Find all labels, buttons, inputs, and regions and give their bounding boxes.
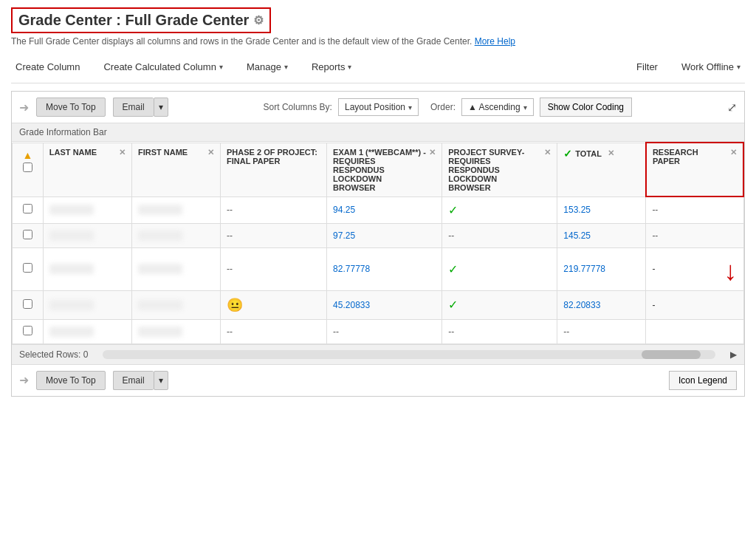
- scroll-right-icon[interactable]: ▶: [730, 349, 737, 360]
- project-value: ✓: [442, 196, 557, 223]
- col-phase2-header: PHASE 2 OF PROJECT: FINAL PAPER: [221, 143, 327, 196]
- grade-center-container: ➜ Move To Top Email ▾ Sort Columns By: L…: [11, 91, 745, 397]
- first-name-close-icon[interactable]: ✕: [207, 148, 214, 157]
- sort-area: Sort Columns By: Layout Position ▾ Order…: [264, 98, 632, 117]
- student-last-name: [49, 264, 94, 274]
- selected-rows-label: Selected Rows: 0: [19, 349, 88, 360]
- bottom-email-chevron[interactable]: ▾: [154, 371, 168, 390]
- total-check-icon: ✓: [563, 148, 572, 160]
- total-value: 145.25: [557, 223, 646, 247]
- col-exam1-header: EXAM 1 (**WEBCAM**) - REQUIRES RESPONDUS…: [327, 143, 442, 196]
- phase2-value: --: [221, 196, 327, 223]
- expand-icon[interactable]: ⤢: [727, 100, 737, 115]
- up-arrow-icon: ▲: [18, 148, 37, 163]
- project-close-icon[interactable]: ✕: [544, 148, 551, 157]
- scrollbar-thumb[interactable]: [642, 350, 701, 359]
- table-scroll-area[interactable]: ▲ LAST NAME ✕ FIRST NAM: [12, 142, 744, 344]
- main-toolbar: Create Column Create Calculated Column ▾…: [11, 51, 745, 83]
- total-value: 219.77778: [557, 247, 646, 290]
- exam1-value: 97.25: [327, 223, 442, 247]
- bottom-email-dropdown[interactable]: Email ▾: [113, 371, 168, 390]
- sort-select[interactable]: Layout Position ▾: [338, 98, 419, 116]
- chevron-down-icon: ▾: [219, 63, 223, 71]
- student-last-name: [49, 300, 94, 310]
- phase2-value: --: [221, 247, 327, 290]
- student-first-name: [138, 327, 182, 337]
- phase2-value: --: [221, 223, 327, 247]
- filter-button[interactable]: Filter: [632, 58, 662, 75]
- grade-info-bar: Grade Information Bar: [12, 123, 744, 142]
- scrollbar-track[interactable]: [103, 350, 715, 359]
- exam1-close-icon[interactable]: ✕: [429, 148, 436, 157]
- reports-dropdown[interactable]: Reports ▾: [307, 58, 357, 75]
- arrow-right-icon: ➜: [19, 373, 29, 387]
- bottom-toolbar: ➜ Move To Top Email ▾ Icon Legend: [12, 364, 744, 396]
- research-value: --: [646, 196, 743, 223]
- col-total-header: ✓ TOTAL ✕: [557, 143, 646, 196]
- scroll-area: [88, 350, 730, 359]
- row-checkbox[interactable]: [23, 326, 32, 335]
- exam1-value: 45.20833: [327, 290, 442, 319]
- student-last-name: [49, 327, 94, 337]
- student-first-name: [138, 300, 182, 310]
- student-first-name: [138, 205, 182, 215]
- total-close-icon[interactable]: ✕: [608, 148, 614, 158]
- project-value: --: [442, 319, 557, 344]
- student-last-name: [49, 230, 94, 241]
- research-value: [646, 319, 743, 344]
- exam1-value: 94.25: [327, 196, 442, 223]
- table-row: -- 94.25 ✓ 153.25 --: [13, 196, 744, 223]
- chevron-down-icon: ▾: [408, 103, 412, 112]
- bottom-status-bar: Selected Rows: 0 ▶: [12, 344, 744, 364]
- bottom-move-to-top-button[interactable]: Move To Top: [36, 371, 106, 390]
- table-row: -- 82.77778 ✓ 219.77778 - ↓: [13, 247, 744, 290]
- move-to-top-button[interactable]: Move To Top: [36, 98, 106, 117]
- settings-icon: ⚙: [253, 13, 264, 27]
- order-label: Order:: [430, 102, 456, 112]
- student-first-name: [138, 264, 182, 274]
- work-offline-dropdown[interactable]: Work Offline ▾: [677, 58, 745, 75]
- icon-legend-button[interactable]: Icon Legend: [669, 371, 737, 390]
- total-value: 153.25: [557, 196, 646, 223]
- manage-dropdown[interactable]: Manage ▾: [242, 58, 292, 75]
- exam1-value: 82.77778: [327, 247, 442, 290]
- col-check-header: ▲: [13, 143, 44, 196]
- sort-label: Sort Columns By:: [264, 102, 332, 112]
- chevron-down-icon: ▾: [523, 103, 527, 112]
- research-close-icon[interactable]: ✕: [730, 148, 737, 157]
- arrow-right-icon: ➜: [19, 100, 29, 115]
- order-select[interactable]: ▲ Ascending ▾: [461, 98, 534, 116]
- email-button[interactable]: Email: [113, 98, 154, 117]
- col-last-name-header: LAST NAME ✕: [43, 143, 131, 196]
- show-color-coding-button[interactable]: Show Color Coding: [540, 98, 632, 117]
- chevron-down-icon: ▾: [348, 63, 351, 71]
- row-checkbox[interactable]: [23, 204, 32, 213]
- research-value: -: [646, 290, 743, 319]
- create-calculated-dropdown[interactable]: Create Calculated Column ▾: [99, 58, 227, 75]
- email-dropdown[interactable]: Email ▾: [113, 98, 168, 117]
- bottom-email-button[interactable]: Email: [113, 371, 154, 390]
- research-value: - ↓: [646, 247, 743, 290]
- row-checkbox[interactable]: [23, 263, 32, 273]
- last-name-close-icon[interactable]: ✕: [119, 148, 126, 157]
- total-value: 82.20833: [557, 290, 646, 319]
- page-title: Grade Center : Full Grade Center ⚙: [11, 7, 271, 33]
- table-row: -- -- -- --: [13, 319, 744, 344]
- more-help-link[interactable]: More Help: [475, 36, 515, 47]
- research-value: --: [646, 223, 743, 247]
- student-last-name: [49, 205, 94, 215]
- student-first-name: [138, 230, 182, 241]
- phase2-value: --: [221, 319, 327, 344]
- email-chevron[interactable]: ▾: [154, 98, 168, 117]
- phase2-value: 😐: [221, 290, 327, 319]
- row-checkbox[interactable]: [23, 299, 32, 309]
- table-row: -- 97.25 -- 145.25 --: [13, 223, 744, 247]
- page-title-text: Grade Center : Full Grade Center: [18, 12, 249, 29]
- create-column-button[interactable]: Create Column: [11, 58, 84, 75]
- row-checkbox[interactable]: [23, 230, 32, 239]
- col-first-name-header: FIRST NAME ✕: [131, 143, 220, 196]
- exam1-value: --: [327, 319, 442, 344]
- table-row: 😐 45.20833 ✓ 82.20833 -: [13, 290, 744, 319]
- page-subtitle: The Full Grade Center displays all colum…: [11, 36, 745, 47]
- select-all-checkbox[interactable]: [23, 163, 32, 172]
